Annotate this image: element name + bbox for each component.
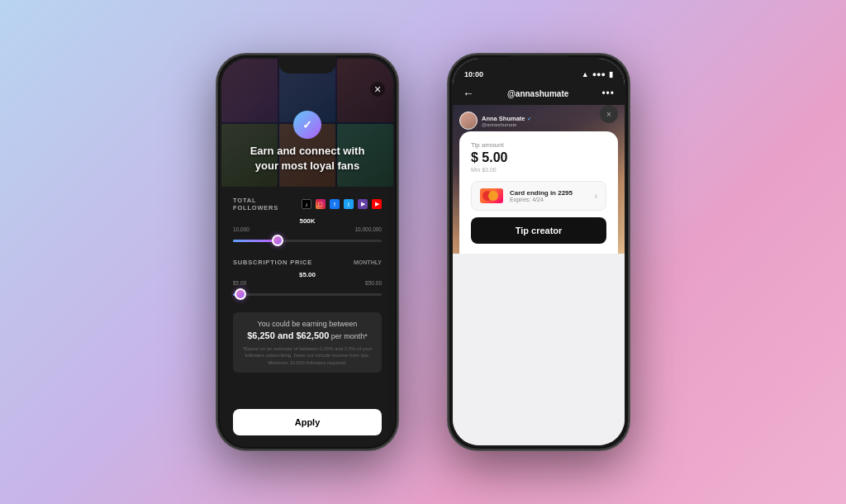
followers-track bbox=[233, 240, 382, 242]
card-number: Card ending in 2295 bbox=[510, 189, 573, 197]
phone-2: 10:00 ▲ ●●● ▮ ← @annashumate ••• Anna Sh… bbox=[448, 54, 630, 450]
card-details: Card ending in 2295 Expires: 4/24 bbox=[510, 189, 573, 202]
mastercard-circle-right bbox=[488, 191, 498, 201]
battery-icon: ▮ bbox=[609, 70, 613, 78]
card-selector[interactable]: Card ending in 2295 Expires: 4/24 › bbox=[471, 181, 606, 211]
close-button[interactable]: × bbox=[370, 82, 385, 97]
followers-slider[interactable] bbox=[233, 234, 382, 247]
hero-overlay: ✓ Earn and connect with your most loyal … bbox=[221, 59, 393, 187]
followers-label: TOTAL FOLLOWERS bbox=[233, 197, 302, 212]
subscription-label: SUBSCRIPTION PRICE bbox=[233, 259, 312, 266]
card-info-left: Card ending in 2295 Expires: 4/24 bbox=[480, 188, 573, 203]
signal-icon: ●●● bbox=[592, 70, 606, 78]
twitter-icon: t bbox=[344, 199, 354, 209]
phone-1: ✓ Earn and connect with your most loyal … bbox=[216, 54, 398, 450]
video-username: Anna Shumate ✓ bbox=[482, 115, 531, 122]
status-bar: 10:00 ▲ ●●● ▮ bbox=[453, 59, 625, 82]
followers-fill bbox=[233, 240, 278, 242]
badge-check: ✓ bbox=[302, 118, 312, 131]
tiktok-icon: ♪ bbox=[302, 199, 311, 209]
card-expiry: Expires: 4/24 bbox=[510, 197, 573, 202]
earning-range: $6,250 and $62,500 bbox=[247, 330, 329, 340]
monthly-label: MONTHLY bbox=[354, 259, 382, 265]
earning-estimate-box: You could be earning between $6,250 and … bbox=[233, 312, 382, 373]
subscription-slider-labels: $5.00 $50.00 bbox=[233, 280, 382, 286]
subscription-section: SUBSCRIPTION PRICE MONTHLY $5.00 $5.00 $… bbox=[233, 259, 382, 304]
phone2-screen: 10:00 ▲ ●●● ▮ ← @annashumate ••• Anna Sh… bbox=[453, 59, 625, 445]
subscription-header: SUBSCRIPTION PRICE MONTHLY bbox=[233, 259, 382, 269]
followers-thumb[interactable] bbox=[272, 235, 283, 246]
hero-title: Earn and connect with your most loyal fa… bbox=[250, 144, 365, 174]
back-button[interactable]: ← bbox=[463, 87, 474, 100]
status-time: 10:00 bbox=[464, 70, 483, 78]
verified-badge-icon: ✓ bbox=[293, 111, 321, 139]
instagram-icon: ◻ bbox=[316, 199, 326, 209]
facebook-icon: f bbox=[330, 199, 340, 209]
chevron-right-icon: › bbox=[595, 192, 597, 201]
verified-icon: ✓ bbox=[527, 116, 531, 121]
subscription-value: $5.00 bbox=[233, 271, 382, 278]
phone1-hero: ✓ Earn and connect with your most loyal … bbox=[221, 59, 393, 187]
tip-amount-label: Tip amount bbox=[471, 141, 606, 149]
followers-slider-labels: 10,000 10,000,000 bbox=[233, 226, 382, 232]
status-icons: ▲ ●●● ▮ bbox=[582, 70, 613, 78]
profile-username: @annashumate bbox=[507, 89, 568, 98]
tip-amount-value: $ 5.00 bbox=[471, 150, 606, 165]
phone1-screen: ✓ Earn and connect with your most loyal … bbox=[221, 59, 393, 445]
twitch-icon: ▶ bbox=[358, 199, 368, 209]
video-area: Anna Shumate ✓ @annashumate 1d ago × Tip… bbox=[453, 105, 625, 254]
earning-footnote: *Based on an estimate of between 0.25% a… bbox=[241, 345, 373, 366]
earning-suffix: per month* bbox=[331, 332, 368, 340]
followers-value: 500K bbox=[233, 217, 382, 225]
avatar bbox=[459, 112, 478, 130]
phone2-header: ← @annashumate ••• bbox=[453, 82, 625, 105]
followers-section: TOTAL FOLLOWERS ♪ ◻ f t ▶ ▶ 500K 10,000 … bbox=[233, 197, 382, 250]
video-handle: @annashumate bbox=[482, 122, 531, 127]
mastercard-icon bbox=[480, 188, 503, 203]
subscription-track bbox=[233, 293, 382, 296]
apply-button[interactable]: Apply bbox=[233, 409, 382, 435]
video-user-text: Anna Shumate ✓ @annashumate bbox=[482, 115, 531, 127]
youtube-icon: ▶ bbox=[372, 199, 382, 209]
tip-modal: × Tip amount $ 5.00 Min $3.00 Card endin… bbox=[459, 131, 618, 254]
phone1-body: TOTAL FOLLOWERS ♪ ◻ f t ▶ ▶ 500K 10,000 … bbox=[221, 187, 393, 445]
tip-modal-close-button[interactable]: × bbox=[600, 105, 618, 123]
tip-creator-button[interactable]: Tip creator bbox=[471, 217, 606, 244]
earning-intro: You could be earning between $6,250 and … bbox=[241, 319, 373, 342]
phone2-bottom-area bbox=[453, 254, 625, 445]
more-options-button[interactable]: ••• bbox=[601, 88, 615, 99]
subscription-thumb[interactable] bbox=[235, 288, 246, 300]
subscription-slider[interactable] bbox=[233, 288, 382, 301]
wifi-icon: ▲ bbox=[582, 70, 589, 78]
video-user-info: Anna Shumate ✓ @annashumate bbox=[459, 112, 531, 130]
tip-minimum: Min $3.00 bbox=[471, 167, 606, 173]
social-icons-row: ♪ ◻ f t ▶ ▶ bbox=[302, 199, 382, 209]
